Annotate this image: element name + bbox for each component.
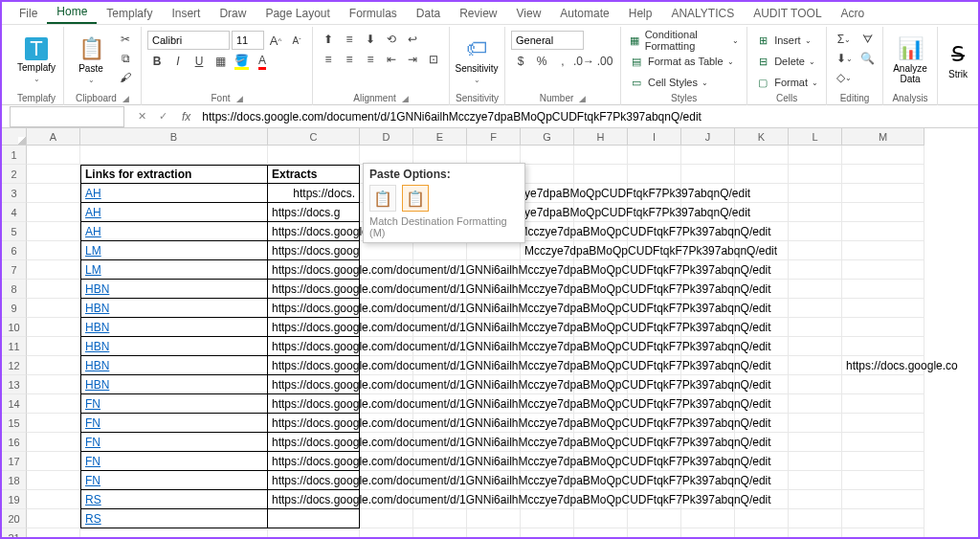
cell-H12[interactable] bbox=[574, 356, 628, 375]
bold-button[interactable]: B bbox=[147, 53, 167, 70]
cell-C18[interactable] bbox=[268, 471, 360, 490]
cell-I3[interactable] bbox=[628, 184, 681, 203]
font-name-input[interactable] bbox=[147, 31, 230, 50]
cell-A8[interactable] bbox=[27, 280, 80, 299]
cell-B16[interactable]: FN bbox=[80, 433, 268, 452]
cell-E21[interactable] bbox=[413, 528, 467, 537]
merge-center-button[interactable]: ⊡ bbox=[424, 51, 443, 68]
tab-analytics[interactable]: ANALYTICS bbox=[661, 3, 744, 24]
cell-L9[interactable] bbox=[789, 299, 842, 318]
cell-C10[interactable] bbox=[268, 318, 360, 337]
cell-C4[interactable]: https://docs.g bbox=[268, 203, 360, 222]
column-header-I[interactable]: I bbox=[628, 128, 681, 146]
cell-G8[interactable] bbox=[521, 280, 574, 299]
cell-I17[interactable] bbox=[628, 452, 681, 471]
paste-option-keep-source[interactable]: 📋 bbox=[369, 185, 396, 212]
cell-K2[interactable] bbox=[735, 165, 789, 184]
decrease-indent-button[interactable]: ⇤ bbox=[382, 51, 401, 68]
cell-C19[interactable] bbox=[268, 490, 360, 509]
cell-M21[interactable] bbox=[842, 528, 924, 537]
cell-D13[interactable] bbox=[360, 375, 413, 394]
column-header-C[interactable]: C bbox=[268, 128, 360, 146]
wrap-text-button[interactable]: ↩ bbox=[403, 31, 422, 48]
cell-K9[interactable] bbox=[735, 299, 789, 318]
cell-I13[interactable] bbox=[628, 375, 681, 394]
cell-K12[interactable] bbox=[735, 356, 789, 375]
cell-L2[interactable] bbox=[789, 165, 842, 184]
row-header-11[interactable]: 11 bbox=[2, 337, 27, 356]
cell-G18[interactable] bbox=[521, 471, 574, 490]
cell-F14[interactable] bbox=[467, 394, 521, 414]
row-header-13[interactable]: 13 bbox=[2, 375, 27, 394]
cell-G2[interactable] bbox=[521, 165, 574, 184]
cell-J3[interactable] bbox=[681, 184, 735, 203]
cell-M17[interactable] bbox=[842, 452, 924, 471]
format-painter-button[interactable]: 🖌 bbox=[116, 69, 135, 86]
cell-I10[interactable] bbox=[628, 318, 681, 337]
cell-K20[interactable] bbox=[735, 509, 789, 528]
tab-page-layout[interactable]: Page Layout bbox=[256, 3, 339, 24]
cell-D9[interactable] bbox=[360, 299, 413, 318]
cell-I21[interactable] bbox=[628, 528, 681, 537]
cell-J12[interactable] bbox=[681, 356, 735, 375]
cell-L5[interactable] bbox=[789, 222, 842, 241]
cell-D14[interactable] bbox=[360, 394, 413, 414]
cancel-formula-button[interactable]: ✕ bbox=[132, 107, 151, 126]
cell-G14[interactable] bbox=[521, 394, 574, 414]
cell-C6[interactable]: https://docs.googl bbox=[268, 241, 360, 260]
cell-K18[interactable] bbox=[735, 471, 789, 490]
cell-E1[interactable] bbox=[413, 146, 467, 165]
cell-H15[interactable] bbox=[574, 414, 628, 433]
column-header-A[interactable]: A bbox=[27, 128, 80, 146]
cell-B15[interactable]: FN bbox=[80, 414, 268, 433]
cell-J15[interactable] bbox=[681, 414, 735, 433]
italic-button[interactable]: I bbox=[168, 53, 188, 70]
dialog-launcher-icon[interactable]: ◢ bbox=[579, 94, 586, 103]
cell-H14[interactable] bbox=[574, 394, 628, 414]
cell-G10[interactable] bbox=[521, 318, 574, 337]
cell-B21[interactable] bbox=[80, 528, 268, 537]
cell-L3[interactable] bbox=[789, 184, 842, 203]
cell-H16[interactable] bbox=[574, 433, 628, 452]
cell-M16[interactable] bbox=[842, 433, 924, 452]
copy-button[interactable]: ⧉ bbox=[116, 50, 135, 67]
cell-J6[interactable] bbox=[681, 241, 735, 260]
cell-L15[interactable] bbox=[789, 414, 842, 433]
cell-D6[interactable] bbox=[360, 241, 413, 260]
cell-L6[interactable] bbox=[789, 241, 842, 260]
cell-J17[interactable] bbox=[681, 452, 735, 471]
paste-button[interactable]: 📋 Paste ⌄ bbox=[70, 31, 112, 90]
cell-B13[interactable]: HBN bbox=[80, 375, 268, 394]
cell-G6[interactable] bbox=[521, 241, 574, 260]
cell-A12[interactable] bbox=[27, 356, 80, 375]
cell-C3[interactable]: https://docs. bbox=[268, 184, 360, 203]
cell-E12[interactable] bbox=[413, 356, 467, 375]
cell-A3[interactable] bbox=[27, 184, 80, 203]
cell-D7[interactable] bbox=[360, 260, 413, 280]
cell-J9[interactable] bbox=[681, 299, 735, 318]
cell-K8[interactable] bbox=[735, 280, 789, 299]
cell-F10[interactable] bbox=[467, 318, 521, 337]
cell-I15[interactable] bbox=[628, 414, 681, 433]
cell-I14[interactable] bbox=[628, 394, 681, 414]
cell-A6[interactable] bbox=[27, 241, 80, 260]
cell-D19[interactable] bbox=[360, 490, 413, 509]
tab-formulas[interactable]: Formulas bbox=[340, 3, 407, 24]
find-select-button[interactable]: 🔍 bbox=[858, 50, 877, 67]
cell-H6[interactable] bbox=[574, 241, 628, 260]
column-header-K[interactable]: K bbox=[735, 128, 789, 146]
cell-B19[interactable]: RS bbox=[80, 490, 268, 509]
cell-D8[interactable] bbox=[360, 280, 413, 299]
cell-C7[interactable] bbox=[268, 260, 360, 280]
cell-M19[interactable] bbox=[842, 490, 924, 509]
cell-I7[interactable] bbox=[628, 260, 681, 280]
cell-L10[interactable] bbox=[789, 318, 842, 337]
cell-G4[interactable] bbox=[521, 203, 574, 222]
tab-help[interactable]: Help bbox=[619, 3, 662, 24]
cell-C17[interactable] bbox=[268, 452, 360, 471]
cell-C11[interactable] bbox=[268, 337, 360, 356]
cell-B4[interactable]: AH bbox=[80, 203, 268, 222]
increase-decimal-button[interactable]: .0→ bbox=[574, 53, 593, 70]
cell-I16[interactable] bbox=[628, 433, 681, 452]
cell-A1[interactable] bbox=[27, 146, 80, 165]
